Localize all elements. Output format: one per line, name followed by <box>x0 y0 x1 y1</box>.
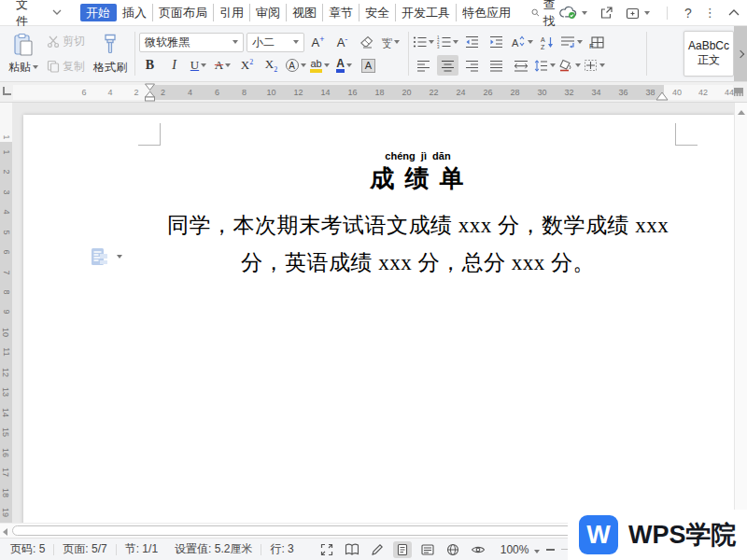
zoom-out-button[interactable] <box>546 549 555 551</box>
chevron-down-icon <box>644 11 650 15</box>
line-spacing-button[interactable] <box>534 55 556 76</box>
wps-academy-badge[interactable]: W WPS学院 <box>568 510 747 560</box>
ruler-number: 30 <box>529 88 556 97</box>
phonetic-guide-button[interactable]: wén文 <box>380 32 402 52</box>
tab-review[interactable]: 审阅 <box>250 4 287 21</box>
font-name-select[interactable]: 微软雅黑 <box>139 33 244 52</box>
align-center-button[interactable] <box>437 55 458 76</box>
divider <box>667 7 668 20</box>
sort-button[interactable]: AZ <box>536 32 557 52</box>
tab-home[interactable]: 开始 <box>80 4 117 21</box>
body-text-line[interactable]: 同学，本次期末考试语文成绩 xxx 分，数学成绩 xxx <box>161 211 675 240</box>
clear-format-button[interactable] <box>356 32 377 52</box>
page-view-button[interactable] <box>393 541 412 558</box>
ruler-number: 18 <box>1 488 10 497</box>
tab-stop-selector[interactable] <box>3 87 11 95</box>
tab-special-apps[interactable]: 特色应用 <box>457 4 516 21</box>
read-mode-button[interactable] <box>343 541 361 558</box>
copy-button[interactable]: 复制 <box>47 59 85 75</box>
align-right-button[interactable] <box>461 55 483 76</box>
paste-options-button[interactable] <box>88 245 122 268</box>
horizontal-scroll-thumb[interactable] <box>12 525 579 536</box>
bullet-list-icon <box>413 35 427 49</box>
right-indent-marker[interactable] <box>655 91 669 101</box>
numbered-list-button[interactable]: 123 <box>437 32 458 52</box>
web-layout-button[interactable] <box>444 541 462 558</box>
borders-button[interactable] <box>584 55 605 76</box>
font-size-select[interactable]: 小二 <box>247 33 304 52</box>
scroll-left-arrow[interactable] <box>3 528 7 536</box>
file-menu[interactable]: 文件 <box>9 0 35 30</box>
increase-font-button[interactable]: A+ <box>307 32 329 52</box>
find-button[interactable]: 查找 <box>531 0 559 30</box>
cut-label: 剪切 <box>63 34 85 49</box>
cloud-sync-button[interactable] <box>559 6 587 20</box>
share-button[interactable] <box>599 6 613 20</box>
new-document-icon <box>626 7 641 20</box>
style-normal[interactable]: AaBbCc 正文 <box>684 31 734 77</box>
ruler-toggle-icon[interactable] <box>733 86 744 98</box>
font-size-value: 小二 <box>252 35 275 50</box>
document-page[interactable]: chéng jì dān 成 绩 单 同学，本次期末考试语文成绩 xxx 分，数… <box>23 115 734 523</box>
character-border-button[interactable]: A <box>358 55 379 76</box>
fullscreen-button[interactable] <box>317 541 336 558</box>
bold-button[interactable]: B <box>139 55 161 76</box>
vertical-ruler[interactable]: 1 12345678910111213141516171819 <box>0 103 12 523</box>
quick-access-dropdown[interactable] <box>45 9 69 16</box>
eye-protect-button[interactable] <box>469 541 487 558</box>
tab-insert[interactable]: 插入 <box>117 4 153 21</box>
scroll-up-arrow[interactable] <box>738 110 745 115</box>
justify-button[interactable] <box>486 55 507 76</box>
ruler-number: 11 <box>2 348 11 357</box>
outline-view-button[interactable] <box>418 541 437 558</box>
document-canvas[interactable]: chéng jì dān 成 绩 单 同学，本次期末考试语文成绩 xxx 分，数… <box>12 103 734 523</box>
copy-icon <box>47 60 60 73</box>
tab-developer-tools[interactable]: 开发工具 <box>396 4 457 21</box>
insert-table-frame-button[interactable]: F <box>585 32 607 52</box>
horizontal-ruler[interactable]: 642 2468101214161820222426283032343638 4… <box>0 82 747 103</box>
ruler-number: 10 <box>1 328 10 337</box>
font-color-button[interactable]: A <box>333 55 355 76</box>
shading-button[interactable] <box>558 55 581 76</box>
tab-references[interactable]: 引用 <box>214 4 250 21</box>
decrease-indent-button[interactable] <box>461 32 483 52</box>
vertical-scrollbar[interactable] <box>734 103 747 538</box>
chevron-down-icon <box>575 63 581 67</box>
tab-security[interactable]: 安全 <box>359 4 396 21</box>
text-effects-button[interactable]: A <box>285 55 306 76</box>
copy-label: 复制 <box>63 59 85 75</box>
menu-bar: 文件 开始 插入 页面布局 引用 审阅 视图 章节 安全 开发工具 特色应用 查… <box>0 0 747 26</box>
paste-button[interactable]: 粘贴 <box>7 30 40 78</box>
highlight-color-button[interactable]: ab <box>309 55 331 76</box>
collapse-ribbon-button[interactable] <box>728 9 740 16</box>
ruler-number: 34 <box>584 88 610 97</box>
tab-page-layout[interactable]: 页面布局 <box>153 4 214 21</box>
indent-marker[interactable] <box>144 83 156 102</box>
underline-button[interactable]: U <box>188 55 209 76</box>
character-scale-button[interactable]: A <box>510 32 533 52</box>
italic-button[interactable]: I <box>163 55 185 76</box>
bullet-list-button[interactable] <box>413 32 434 52</box>
subscript-button[interactable]: X2 <box>261 55 282 76</box>
ruler-number: 17 <box>1 468 10 477</box>
more-options-button[interactable]: ⋮ <box>704 6 716 20</box>
chevron-down-icon <box>429 40 434 44</box>
zoom-level-button[interactable]: 100% <box>500 543 540 556</box>
cut-button[interactable]: 剪切 <box>47 34 85 49</box>
distribute-button[interactable] <box>510 55 531 76</box>
increase-indent-button[interactable] <box>486 32 507 52</box>
superscript-button[interactable]: X2 <box>236 55 258 76</box>
align-left-button[interactable] <box>413 55 434 76</box>
tab-section[interactable]: 章节 <box>323 4 359 21</box>
edit-mode-button[interactable] <box>368 541 387 558</box>
body-text-line[interactable]: 分，英语成绩 xxx 分，总分 xxx 分。 <box>161 248 675 277</box>
new-tab-button[interactable] <box>626 7 650 20</box>
help-button[interactable]: ? <box>684 6 692 21</box>
styles-gallery-expand[interactable] <box>734 26 747 81</box>
strikethrough-button[interactable]: A <box>212 55 233 76</box>
format-painter-button[interactable]: 格式刷 <box>92 30 129 78</box>
decrease-font-button[interactable]: A- <box>331 32 353 52</box>
tab-view[interactable]: 视图 <box>287 4 323 21</box>
document-title[interactable]: 成 绩 单 <box>161 162 675 195</box>
show-paragraph-marks-button[interactable] <box>560 32 583 52</box>
